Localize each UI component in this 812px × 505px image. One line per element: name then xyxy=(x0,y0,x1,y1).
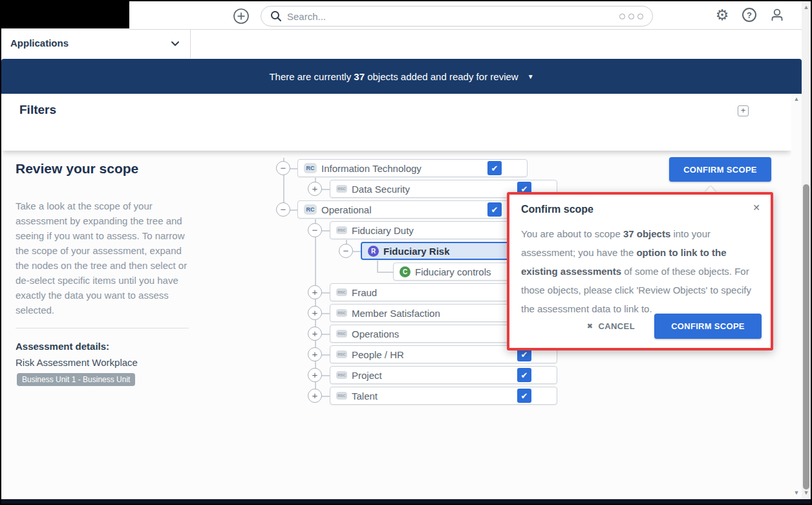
tree-node-label: Data Security xyxy=(352,184,410,195)
tree-expander-plus[interactable]: + xyxy=(308,306,322,320)
confirm-scope-button[interactable]: CONFIRM SCOPE xyxy=(669,157,771,182)
business-unit-badge: Business Unit 1 - Business Unit xyxy=(17,373,135,386)
node-type-badge: RSC xyxy=(336,185,347,193)
tree-connector-line xyxy=(353,251,361,252)
modal-body-text: 37 objects xyxy=(623,228,670,239)
node-type-badge: RSC xyxy=(336,309,347,317)
add-button[interactable] xyxy=(233,8,250,25)
tree-node-label: Fiduciary Duty xyxy=(352,225,414,236)
tree-node-label: Project xyxy=(352,370,382,381)
tree-expander-minus[interactable]: − xyxy=(308,223,322,237)
banner-caret-icon: ▼ xyxy=(528,73,534,80)
tree-expander-minus[interactable]: − xyxy=(339,244,353,258)
filters-header: Filters + xyxy=(1,94,791,151)
tree-expander-plus[interactable]: + xyxy=(308,182,322,196)
tree-connector-line xyxy=(321,230,330,231)
plus-circle-icon xyxy=(233,8,250,25)
modal-title: Confirm scope xyxy=(521,204,593,215)
scroll-down-icon[interactable]: ▼ xyxy=(791,489,802,496)
inner-scrollbar[interactable]: ▲ ▼ xyxy=(791,94,802,499)
applications-dropdown[interactable]: Applications xyxy=(0,30,191,58)
tree-node-label: Operational xyxy=(321,204,372,215)
tree-expander-minus[interactable]: − xyxy=(276,161,290,175)
checkmark-icon: ✔ xyxy=(521,350,528,359)
tree-connector-line xyxy=(321,396,330,397)
tree-node[interactable]: CFiduciary controls xyxy=(393,263,509,281)
tree-expander-plus[interactable]: + xyxy=(308,285,322,299)
outer-scrollbar[interactable]: ▲ ▼ xyxy=(802,1,811,499)
tree-node-label: Member Satisfaction xyxy=(352,308,440,319)
tree-expander-minus[interactable]: − xyxy=(276,202,290,217)
node-type-badge: RSC xyxy=(336,371,347,379)
checkmark-icon: ✔ xyxy=(491,206,498,214)
tree-expander-plus[interactable]: + xyxy=(308,327,322,341)
plus-square-icon: + xyxy=(741,105,746,115)
tree-connector-line xyxy=(290,210,297,211)
tree-node[interactable]: RCOperational✔ xyxy=(297,200,528,219)
checkmark-icon: ✔ xyxy=(521,392,528,400)
top-bar: ⚙ ? xyxy=(0,0,802,29)
applications-row: Applications xyxy=(0,29,802,58)
tree-expander-plus[interactable]: + xyxy=(308,368,322,382)
tree-node-checkbox[interactable]: ✔ xyxy=(517,389,531,403)
bottom-bar xyxy=(0,499,812,505)
search-more-icon[interactable] xyxy=(619,14,643,19)
modal-close-button[interactable]: ✕ xyxy=(753,202,760,213)
divider xyxy=(16,328,189,328)
tree-node-checkbox[interactable]: ✔ xyxy=(517,368,531,382)
modal-confirm-scope-button[interactable]: CONFIRM SCOPE xyxy=(654,314,762,339)
tree-connector-line xyxy=(377,272,393,273)
node-type-badge: RC xyxy=(304,163,317,173)
tree-node[interactable]: RSCTalent✔ xyxy=(330,387,557,405)
node-type-badge: RSC xyxy=(336,350,347,358)
tree-node-label: Information Technology xyxy=(321,163,422,174)
modal-footer: ✖CANCEL CONFIRM SCOPE xyxy=(587,314,762,339)
tree-connector-line xyxy=(377,261,378,272)
node-type-badge: RSC xyxy=(336,226,347,234)
tree-connector-line xyxy=(290,168,297,169)
node-type-badge: R xyxy=(368,246,379,257)
checkmark-icon: ✔ xyxy=(491,164,498,173)
node-type-badge: RSC xyxy=(336,288,347,296)
settings-gear-icon[interactable]: ⚙ xyxy=(714,7,730,23)
cancel-button[interactable]: ✖CANCEL xyxy=(587,321,635,331)
tree-node[interactable]: RCInformation Technology✔ xyxy=(297,159,528,177)
tree-node-checkbox[interactable]: ✔ xyxy=(487,202,502,217)
tree-node-label: Talent xyxy=(352,391,378,402)
close-icon: ✕ xyxy=(753,202,760,213)
tree-node-label: Operations xyxy=(352,328,399,339)
banner-text: There are currently 37 objects added and… xyxy=(269,71,518,82)
tree-connector-line xyxy=(321,313,330,314)
scroll-down-icon[interactable]: ▼ xyxy=(802,489,811,496)
tree-connector-line xyxy=(321,354,330,356)
scope-title: Review your scope xyxy=(16,161,138,177)
scroll-up-icon[interactable]: ▲ xyxy=(802,4,811,10)
scrollbar-thumb[interactable] xyxy=(803,184,809,489)
user-profile-icon[interactable] xyxy=(769,7,785,23)
assessment-details-label: Assessment details: xyxy=(16,341,109,352)
add-filter-button[interactable]: + xyxy=(738,105,749,116)
node-type-badge: RC xyxy=(304,204,317,215)
tree-node-label: Fraud xyxy=(352,287,377,298)
applications-label: Applications xyxy=(10,38,69,48)
assessment-name: Risk Assessment Workplace xyxy=(16,357,138,368)
modal-body-text: You are about to scope xyxy=(521,228,623,239)
tree-node-label: Fiduciary controls xyxy=(415,266,491,277)
tree-expander-plus[interactable]: + xyxy=(308,347,322,361)
tree-node-label: Fiduciary Risk xyxy=(383,246,450,257)
scroll-up-icon[interactable]: ▲ xyxy=(791,96,802,102)
help-icon[interactable]: ? xyxy=(742,7,757,23)
tree-connector-line xyxy=(321,292,330,294)
modal-body: You are about to scope 37 objects into y… xyxy=(521,224,760,318)
tree-expander-plus[interactable]: + xyxy=(308,389,322,403)
confirm-scope-modal: Confirm scope ✕ You are about to scope 3… xyxy=(507,192,773,350)
tree-node[interactable]: RSCProject✔ xyxy=(330,366,557,384)
cancel-x-icon: ✖ xyxy=(587,322,593,330)
tree-node-checkbox[interactable]: ✔ xyxy=(487,161,502,175)
node-type-badge: RSC xyxy=(336,392,347,400)
search-bar xyxy=(261,6,653,27)
review-banner[interactable]: There are currently 37 objects added and… xyxy=(1,59,802,94)
tree-connector-line xyxy=(321,334,330,335)
tree-connector-line xyxy=(321,375,330,376)
search-input[interactable] xyxy=(287,11,619,22)
